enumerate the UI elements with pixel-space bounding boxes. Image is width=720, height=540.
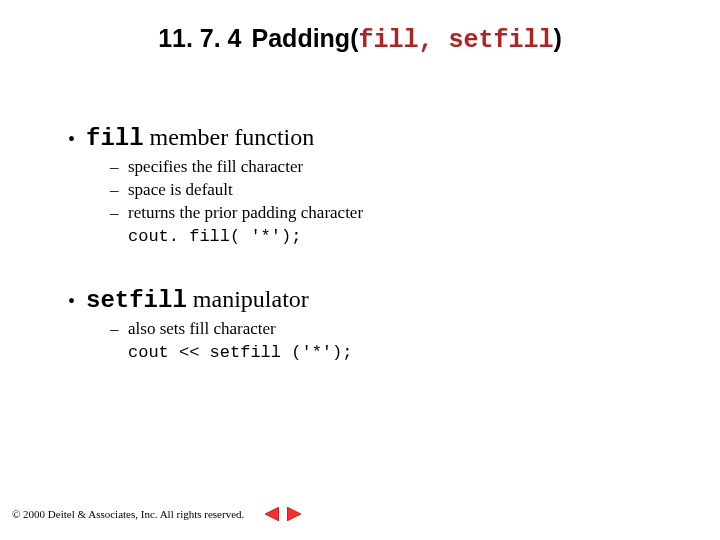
arrow-left-icon: [263, 507, 279, 521]
list-item: –space is default: [110, 179, 668, 202]
code-line-setfill: cout << setfill ('*');: [128, 343, 668, 362]
sublist-setfill: –also sets fill character: [110, 318, 668, 341]
bullet-text-setfill: manipulator: [187, 286, 309, 312]
sublist-fill: –specifies the fill character –space is …: [110, 156, 668, 225]
sub-text: returns the prior padding character: [128, 203, 363, 222]
bullet-setfill-manipulator: •setfill manipulator: [68, 286, 668, 314]
list-item: –returns the prior padding character: [110, 202, 668, 225]
svg-marker-1: [287, 507, 301, 521]
title-section-number: 11. 7. 4: [158, 24, 241, 52]
bullet-text-fill: member function: [144, 124, 315, 150]
list-item: –specifies the fill character: [110, 156, 668, 179]
footer: © 2000 Deitel & Associates, Inc. All rig…: [12, 506, 304, 522]
slide-body: •fill member function –specifies the fil…: [68, 110, 668, 362]
copyright-text: © 2000 Deitel & Associates, Inc. All rig…: [12, 508, 244, 520]
code-line-fill: cout. fill( '*');: [128, 227, 668, 246]
next-slide-button[interactable]: [286, 506, 304, 522]
svg-marker-0: [265, 507, 279, 521]
title-close-paren: ): [554, 24, 562, 52]
bullet-dot-icon: •: [68, 290, 86, 313]
arrow-right-icon: [287, 507, 303, 521]
sub-text: specifies the fill character: [128, 157, 303, 176]
dash-icon: –: [110, 202, 128, 225]
dash-icon: –: [110, 156, 128, 179]
title-code-setfill: setfill: [449, 26, 554, 55]
bullet-fill-member: •fill member function: [68, 124, 668, 152]
dash-icon: –: [110, 318, 128, 341]
title-word: Padding(: [252, 24, 359, 52]
slide: 11. 7. 4Padding(fill, setfill) •fill mem…: [0, 0, 720, 540]
bullet-dot-icon: •: [68, 128, 86, 151]
nav-arrows: [262, 506, 304, 522]
bullet-code-fill: fill: [86, 125, 144, 152]
title-code-fill: fill: [358, 26, 418, 55]
list-item: –also sets fill character: [110, 318, 668, 341]
sub-text: space is default: [128, 180, 233, 199]
title-separator: ,: [418, 26, 448, 55]
bullet-code-setfill: setfill: [86, 287, 187, 314]
prev-slide-button[interactable]: [262, 506, 280, 522]
sub-text: also sets fill character: [128, 319, 276, 338]
slide-title: 11. 7. 4Padding(fill, setfill): [0, 24, 720, 55]
dash-icon: –: [110, 179, 128, 202]
